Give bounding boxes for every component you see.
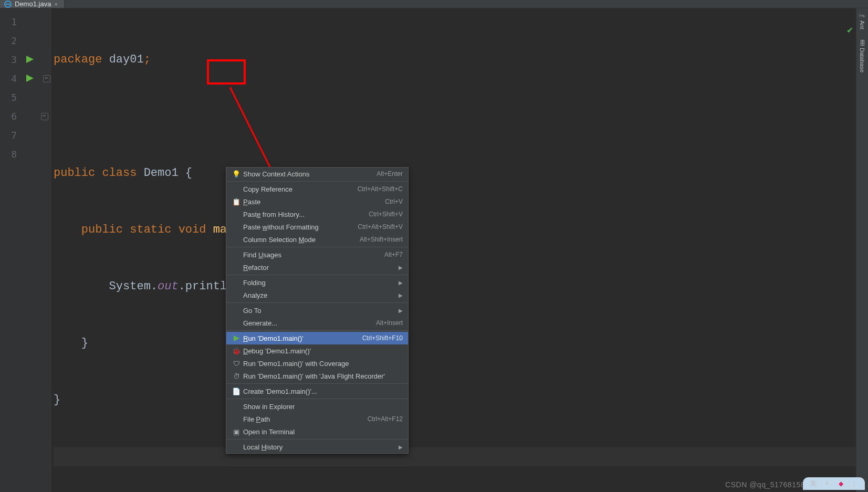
- submenu-arrow-icon: ▶: [399, 308, 403, 313]
- play-icon: [232, 336, 241, 341]
- menu-item[interactable]: 📋PasteCtrl+V: [226, 195, 408, 208]
- menu-item-shortcut: Alt+Shift+Insert: [360, 236, 403, 243]
- bug-icon: 🐞: [232, 347, 241, 355]
- code-editor[interactable]: package day01; public class Demo1 { publ…: [51, 8, 856, 492]
- ime-more[interactable]: ⋮: [849, 478, 860, 489]
- menu-item-shortcut: Ctrl+Alt+F12: [368, 415, 403, 423]
- context-menu: 💡Show Context ActionsAlt+EnterCopy Refer…: [226, 167, 409, 454]
- menu-item[interactable]: 💡Show Context ActionsAlt+Enter: [226, 168, 408, 180]
- menu-item[interactable]: Go To▶: [226, 304, 408, 317]
- svg-marker-1: [26, 75, 34, 82]
- svg-marker-4: [234, 336, 239, 341]
- menu-item[interactable]: File PathCtrl+Alt+F12: [226, 413, 408, 425]
- bulb-icon: 💡: [232, 170, 241, 178]
- right-tool-rail: 🐜Ant 🗄Database: [856, 8, 868, 492]
- menu-separator: [226, 439, 408, 439]
- term-icon: ▣: [232, 428, 241, 436]
- menu-item-shortcut: Alt+Insert: [376, 319, 403, 327]
- menu-item[interactable]: Show in Explorer: [226, 400, 408, 413]
- line-number: 6: [0, 107, 22, 126]
- cfg-icon: 📄: [232, 388, 241, 395]
- menu-item[interactable]: Column Selection ModeAlt+Shift+Insert: [226, 233, 408, 246]
- menu-item-label: Folding: [241, 279, 399, 287]
- svg-marker-0: [26, 56, 34, 63]
- menu-item-label: Find Usages: [241, 251, 384, 259]
- menu-item-shortcut: Alt+Enter: [377, 170, 403, 177]
- menu-item-label: Run 'Demo1.main()' with Coverage: [241, 360, 403, 368]
- fold-icon[interactable]: [41, 113, 48, 120]
- submenu-arrow-icon: ▶: [399, 280, 403, 286]
- menu-item[interactable]: Find UsagesAlt+F7: [226, 248, 408, 261]
- menu-item-shortcut: Alt+F7: [384, 251, 403, 258]
- menu-item-label: File Path: [241, 415, 368, 423]
- line-number: 8: [0, 145, 22, 164]
- menu-item[interactable]: Refactor▶: [226, 261, 408, 274]
- menu-item[interactable]: Analyze▶: [226, 289, 408, 301]
- menu-item-label: Analyze: [241, 291, 399, 299]
- run-gutter-icon[interactable]: [26, 56, 34, 65]
- menu-item-shortcut: Ctrl+Alt+Shift+C: [358, 185, 403, 193]
- menu-item[interactable]: Generate...Alt+Insert: [226, 317, 408, 329]
- menu-item[interactable]: Folding▶: [226, 276, 408, 289]
- close-icon[interactable]: ×: [54, 1, 57, 7]
- ime-emoji[interactable]: ◆: [835, 478, 846, 489]
- menu-item-shortcut: Ctrl+Shift+F10: [362, 334, 403, 342]
- menu-separator: [226, 302, 408, 303]
- line-number: 5: [0, 88, 22, 107]
- line-number: 3: [0, 50, 22, 69]
- menu-item[interactable]: Local History▶: [226, 441, 408, 453]
- menu-item-label: Local History: [241, 443, 399, 451]
- inspection-ok-icon[interactable]: ✔: [846, 25, 853, 35]
- menu-item[interactable]: ⏱Run 'Demo1.main()' with 'Java Flight Re…: [226, 370, 408, 382]
- ime-lang[interactable]: 英: [808, 478, 819, 489]
- line-number-gutter: 1 2 3 4 5 6 7 8: [0, 8, 22, 492]
- menu-item-label: Create 'Demo1.main()'...: [241, 388, 403, 395]
- menu-item-label: Debug 'Demo1.main()': [241, 347, 403, 355]
- menu-item-shortcut: Ctrl+Shift+V: [369, 211, 403, 218]
- menu-item[interactable]: Run 'Demo1.main()'Ctrl+Shift+F10: [226, 332, 408, 344]
- menu-separator: [226, 181, 408, 182]
- menu-item-label: Paste: [241, 198, 385, 206]
- menu-item[interactable]: 🐞Debug 'Demo1.main()': [226, 344, 408, 357]
- menu-item-shortcut: Ctrl+Alt+Shift+V: [358, 223, 403, 231]
- run-gutter-icon[interactable]: [26, 75, 34, 83]
- line-number: 1: [0, 13, 22, 32]
- menu-item-label: Run 'Demo1.main()': [241, 334, 362, 342]
- menu-item-label: Column Selection Mode: [241, 236, 360, 244]
- database-icon: 🗄: [859, 40, 865, 46]
- ant-icon: 🐜: [859, 12, 866, 18]
- ime-toolbar[interactable]: 英 ✧ ◆ ⋮: [803, 477, 865, 490]
- menu-separator: [226, 330, 408, 331]
- menu-item[interactable]: 🛡Run 'Demo1.main()' with Coverage: [226, 357, 408, 370]
- fold-icon[interactable]: [43, 75, 50, 82]
- menu-item[interactable]: ▣Open in Terminal: [226, 425, 408, 438]
- cov-icon: 🛡: [232, 360, 241, 368]
- menu-item-label: Copy Reference: [241, 185, 358, 193]
- menu-separator: [226, 275, 408, 275]
- menu-item[interactable]: Paste from History...Ctrl+Shift+V: [226, 208, 408, 221]
- annotation-highlight-box: [207, 59, 246, 85]
- line-number: 7: [0, 126, 22, 145]
- tab-filename: Demo1.java: [15, 0, 51, 8]
- watermark: CSDN @qq_51768158: [725, 480, 805, 489]
- database-tool-button[interactable]: 🗄Database: [859, 40, 865, 72]
- menu-item[interactable]: Paste without FormattingCtrl+Alt+Shift+V: [226, 221, 408, 233]
- menu-item-label: Go To: [241, 307, 399, 315]
- submenu-arrow-icon: ▶: [399, 444, 403, 450]
- ant-tool-button[interactable]: 🐜Ant: [859, 12, 866, 29]
- menu-separator: [226, 399, 408, 399]
- menu-item-label: Show Context Actions: [241, 170, 377, 178]
- line-number: 2: [0, 32, 22, 50]
- menu-separator: [226, 383, 408, 384]
- menu-item[interactable]: 📄Create 'Demo1.main()'...: [226, 385, 408, 397]
- menu-separator: [226, 247, 408, 247]
- clip-icon: 📋: [232, 198, 241, 206]
- submenu-arrow-icon: ▶: [399, 292, 403, 298]
- menu-item[interactable]: Copy ReferenceCtrl+Alt+Shift+C: [226, 183, 408, 195]
- ime-punc[interactable]: ✧: [822, 478, 832, 489]
- run-gutter: [22, 8, 51, 492]
- java-class-icon: [4, 1, 12, 8]
- menu-item-label: Show in Explorer: [241, 403, 403, 411]
- jfr-icon: ⏱: [232, 372, 241, 380]
- editor-tab[interactable]: Demo1.java ×: [0, 0, 65, 8]
